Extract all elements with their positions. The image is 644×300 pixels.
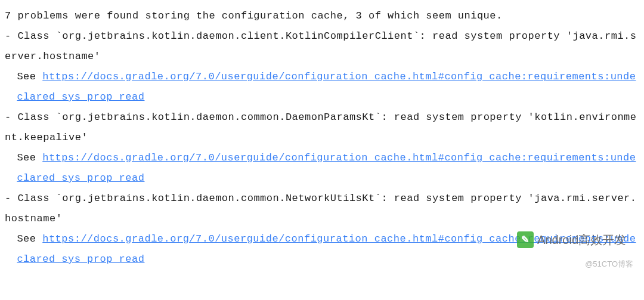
summary-text: 7 problems were found storing the config…: [5, 10, 503, 21]
see-link[interactable]: https://docs.gradle.org/7.0/userguide/co…: [17, 233, 636, 265]
footer-credit: @51CTO博客: [585, 256, 633, 272]
problem-suffix: `: read system property ': [375, 112, 535, 123]
see-label: See: [17, 233, 42, 245]
problem-end: ': [94, 51, 101, 62]
see-label: See: [17, 71, 42, 82]
problem-line: - Class `org.jetbrains.kotlin.daemon.com…: [5, 188, 639, 229]
problem-class: org.jetbrains.kotlin.daemon.common.Netwo…: [62, 193, 374, 204]
problem-prefix: - Class `: [5, 30, 62, 42]
problem-prefix: - Class `: [5, 112, 62, 123]
problem-suffix: `: read system property ': [413, 30, 573, 42]
problem-end: ': [81, 132, 88, 143]
see-line: See https://docs.gradle.org/7.0/userguid…: [5, 67, 639, 107]
see-line: See https://docs.gradle.org/7.0/userguid…: [5, 229, 639, 270]
problem-line: - Class `org.jetbrains.kotlin.daemon.com…: [5, 107, 639, 148]
problem-class: org.jetbrains.kotlin.daemon.common.Daemo…: [62, 112, 374, 123]
problem-end: ': [56, 213, 63, 224]
problem-suffix: `: read system property ': [375, 193, 535, 204]
see-link[interactable]: https://docs.gradle.org/7.0/userguide/co…: [17, 71, 636, 103]
summary-line: 7 problems were found storing the config…: [5, 6, 639, 26]
see-link[interactable]: https://docs.gradle.org/7.0/userguide/co…: [17, 152, 636, 184]
problem-class: org.jetbrains.kotlin.daemon.client.Kotli…: [62, 30, 413, 42]
see-label: See: [17, 152, 42, 163]
problem-line: - Class `org.jetbrains.kotlin.daemon.cli…: [5, 26, 639, 67]
problem-prefix: - Class `: [5, 193, 62, 204]
see-line: See https://docs.gradle.org/7.0/userguid…: [5, 148, 639, 188]
